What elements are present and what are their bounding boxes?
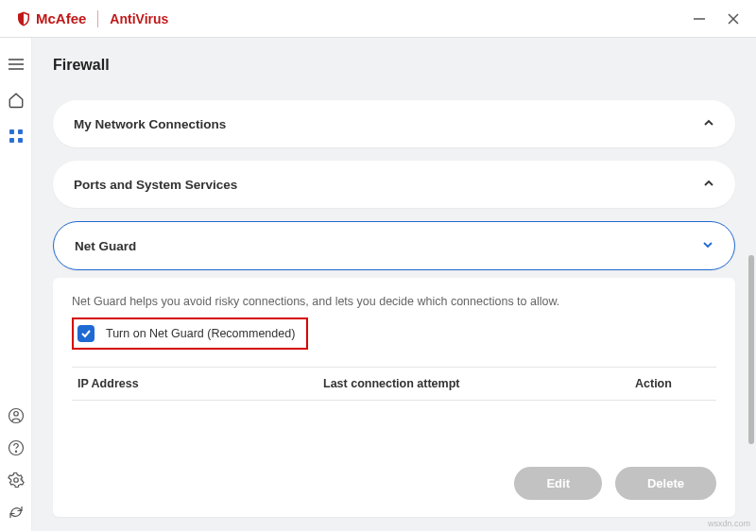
help-icon[interactable]	[7, 438, 26, 457]
column-ip-address: IP Address	[77, 377, 323, 390]
settings-icon[interactable]	[7, 471, 26, 489]
home-icon[interactable]	[7, 91, 26, 110]
shield-icon	[15, 10, 32, 27]
apps-icon[interactable]	[7, 127, 26, 146]
chevron-up-icon	[703, 115, 714, 132]
column-last-attempt: Last connection attempt	[323, 377, 635, 390]
net-guard-toggle-row: Turn on Net Guard (Recommended)	[72, 317, 308, 350]
refresh-icon[interactable]	[7, 503, 26, 522]
svg-rect-6	[9, 129, 14, 134]
delete-button[interactable]: Delete	[615, 467, 716, 500]
brand-name: McAfee	[36, 10, 86, 26]
accordion-network-connections[interactable]: My Network Connections	[53, 100, 735, 147]
accordion-net-guard[interactable]: Net Guard	[53, 221, 735, 270]
svg-point-14	[13, 478, 18, 483]
watermark: wsxdn.com	[708, 519, 750, 528]
menu-icon[interactable]	[7, 55, 26, 74]
accordion-ports-services[interactable]: Ports and System Services	[53, 161, 735, 208]
svg-rect-8	[9, 138, 14, 143]
svg-rect-7	[18, 129, 23, 134]
scrollbar[interactable]	[748, 255, 754, 444]
minimize-button[interactable]	[692, 11, 707, 26]
accordion-label: Net Guard	[75, 239, 136, 253]
column-action: Action	[635, 377, 711, 390]
page-title: Firewall	[53, 57, 735, 74]
svg-point-13	[15, 451, 16, 452]
net-guard-description: Net Guard helps you avoid risky connecti…	[72, 295, 716, 308]
brand-separator	[97, 10, 98, 27]
edit-button[interactable]: Edit	[514, 467, 602, 500]
accordion-label: My Network Connections	[74, 117, 226, 131]
svg-rect-9	[18, 138, 23, 143]
accordion-label: Ports and System Services	[74, 178, 237, 192]
brand-product: AntiVirus	[110, 11, 168, 26]
chevron-down-icon	[702, 237, 713, 254]
connections-table-header: IP Address Last connection attempt Actio…	[72, 367, 716, 401]
net-guard-checkbox[interactable]	[77, 325, 94, 342]
sidebar	[0, 38, 32, 531]
check-icon	[80, 328, 92, 339]
net-guard-checkbox-label: Turn on Net Guard (Recommended)	[106, 327, 295, 340]
brand: McAfee AntiVirus	[15, 10, 168, 27]
close-button[interactable]	[726, 11, 741, 26]
svg-point-11	[13, 412, 18, 417]
main-content: Firewall My Network Connections Ports an…	[32, 38, 756, 531]
account-icon[interactable]	[7, 406, 26, 425]
mcafee-logo: McAfee	[15, 10, 86, 27]
net-guard-panel: Net Guard helps you avoid risky connecti…	[53, 278, 735, 517]
chevron-up-icon	[703, 176, 714, 193]
